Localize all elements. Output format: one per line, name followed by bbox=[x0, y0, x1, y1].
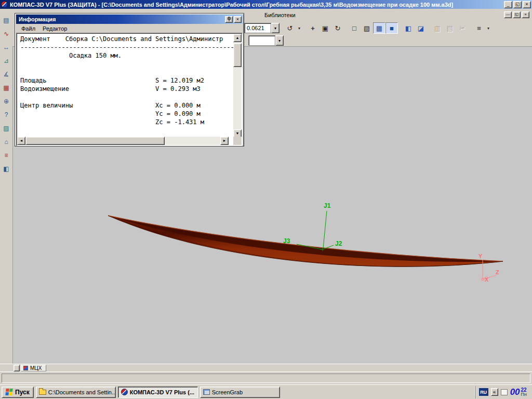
vertical-scroll-thumb[interactable] bbox=[233, 43, 242, 67]
joint-label-j2[interactable]: J2 bbox=[335, 240, 342, 247]
information-content: Документ Сборка C:\Documents and Setting… bbox=[16, 33, 243, 146]
secondary-dropdown-arrow-icon[interactable]: ▾ bbox=[275, 35, 284, 46]
tray-app-icon[interactable] bbox=[501, 389, 508, 395]
orientation-dropdown-arrow-icon[interactable]: ▾ bbox=[296, 22, 302, 34]
perspective-view-icon[interactable]: ◧ bbox=[402, 22, 415, 34]
hidden-lines-view-icon[interactable]: ▧ bbox=[361, 22, 373, 34]
mdi-close-button[interactable]: × bbox=[522, 11, 529, 18]
secondary-combo-value[interactable] bbox=[248, 35, 275, 46]
windows-logo-icon bbox=[5, 389, 13, 395]
scrollbar-corner bbox=[233, 137, 242, 145]
axis-label-z: Z bbox=[496, 269, 499, 275]
mcx-tab-label: МЦХ bbox=[30, 365, 42, 371]
axis-label-y: Y bbox=[478, 253, 483, 259]
tool-icon-disabled-1: ▥ bbox=[431, 22, 444, 34]
orientation-icon[interactable]: ↺ bbox=[284, 22, 296, 34]
statusbar bbox=[0, 371, 532, 384]
taskbar-item-kompas[interactable]: КОМПАС-3D V7 Plus (... bbox=[118, 387, 198, 398]
screengrab-icon bbox=[203, 389, 210, 395]
list-panel-icon[interactable]: ≡ bbox=[1, 149, 12, 162]
tab-mcx[interactable]: МЦХ bbox=[21, 365, 46, 371]
panel-switch-toolbar: ▤ ∿ ↔ ⊿ ∡ ▦ ⊕ ? ▨ ⌂ ≡ ◧ bbox=[0, 9, 12, 364]
wireframe-view-icon[interactable]: □ bbox=[348, 22, 361, 34]
scale-combobox[interactable]: 0.0621 ▾ bbox=[244, 23, 280, 33]
window-titlebar: КОМПАС-3D V7 Plus (ЗАЩИТА) - [C:\Documen… bbox=[0, 0, 532, 9]
status-message-field bbox=[2, 374, 530, 383]
clock-hours: 00 bbox=[510, 387, 520, 397]
mdi-restore-button[interactable]: ◱ bbox=[513, 11, 521, 18]
tool-icon-disabled-2: ▤ bbox=[444, 22, 456, 34]
menu-item-file[interactable]: Файл bbox=[18, 25, 39, 32]
taskbar-item-label: ScreenGrab bbox=[212, 389, 243, 395]
document-panel-icon[interactable]: ▤ bbox=[1, 14, 12, 26]
mdi-minimize-button[interactable]: — bbox=[504, 11, 512, 18]
parametrics-panel-icon[interactable]: ⊕ bbox=[1, 95, 12, 108]
horizontal-scroll-thumb[interactable] bbox=[25, 137, 165, 145]
taskbar-item-screengrab[interactable]: ScreenGrab bbox=[200, 387, 280, 398]
shaded-view-icon[interactable]: ▦ bbox=[373, 22, 385, 34]
taskbar-item-label: C:\Documents and Settin... bbox=[48, 389, 116, 395]
hatch-panel-icon[interactable]: ▨ bbox=[1, 122, 12, 135]
joint-label-j3[interactable]: J3 bbox=[283, 237, 290, 245]
information-titlebar: Информация × bbox=[16, 15, 243, 24]
geometry-panel-icon[interactable]: ∿ bbox=[1, 28, 12, 40]
folder-icon bbox=[39, 390, 46, 395]
mcx-tab-icon bbox=[23, 366, 28, 370]
pan-icon[interactable]: + bbox=[307, 22, 319, 34]
information-window: Информация × Файл Редактор Документ Сбор… bbox=[15, 13, 244, 147]
more-tools-dropdown-arrow-icon[interactable]: ▾ bbox=[485, 22, 491, 34]
tab-scroll-spacer[interactable] bbox=[14, 365, 20, 371]
secondary-combobox[interactable]: ▾ bbox=[248, 35, 284, 46]
rotate-view-icon[interactable]: ↻ bbox=[331, 22, 344, 34]
scroll-left-icon[interactable]: ◄ bbox=[17, 137, 25, 145]
vertical-scrollbar[interactable]: ▲ ▼ bbox=[233, 34, 242, 138]
kompas-icon bbox=[121, 389, 128, 395]
hydrostatics-report-text: Документ Сборка C:\Documents and Setting… bbox=[17, 33, 242, 126]
restore-button[interactable]: ◱ bbox=[513, 1, 522, 8]
information-title: Информация bbox=[19, 16, 224, 22]
shading-panel-icon[interactable]: ◧ bbox=[1, 163, 12, 175]
sheet-tabbar: МЦХ bbox=[0, 364, 532, 371]
editing-panel-icon[interactable]: ⊿ bbox=[1, 55, 12, 67]
axis-label-x: X bbox=[485, 276, 489, 283]
taskbar-item-label: КОМПАС-3D V7 Plus (... bbox=[130, 389, 194, 395]
taskbar-item-explorer[interactable]: C:\Documents and Settin... bbox=[36, 387, 116, 398]
tray-chevron-icon[interactable]: « bbox=[491, 388, 498, 396]
specification-panel-icon[interactable]: ▦ bbox=[1, 82, 12, 94]
system-tray: RU « 00 22 Пн bbox=[475, 386, 530, 398]
tray-clock[interactable]: 00 22 Пн bbox=[510, 387, 528, 397]
close-button[interactable]: × bbox=[523, 1, 531, 8]
more-tools-icon[interactable]: ≡ bbox=[473, 22, 485, 34]
language-indicator[interactable]: RU bbox=[479, 388, 488, 396]
zoom-area-icon[interactable]: ▣ bbox=[319, 22, 331, 34]
menu-item-libraries[interactable]: Библиотеки bbox=[261, 11, 299, 19]
pin-icon[interactable] bbox=[225, 16, 233, 23]
scale-value[interactable]: 0.0621 bbox=[244, 23, 271, 33]
start-button-label: Пуск bbox=[15, 389, 30, 396]
dimensions-panel-icon[interactable]: ↔ bbox=[1, 41, 12, 54]
halftone-view-icon[interactable]: ■ bbox=[385, 22, 398, 34]
menu-item-editor[interactable]: Редактор bbox=[39, 25, 71, 32]
information-close-icon[interactable]: × bbox=[234, 16, 242, 23]
information-menubar: Файл Редактор bbox=[16, 24, 243, 33]
window-title: КОМПАС-3D V7 Plus (ЗАЩИТА) - [C:\Documen… bbox=[10, 2, 503, 8]
joint-annotations bbox=[297, 211, 334, 251]
clock-day: Пн bbox=[521, 392, 527, 397]
help-panel-icon[interactable]: ? bbox=[1, 109, 12, 121]
minimize-button[interactable]: _ bbox=[504, 1, 512, 8]
cut-icon: ✂ bbox=[456, 22, 469, 34]
taskbar: Пуск C:\Documents and Settin... КОМПАС-3… bbox=[0, 384, 532, 399]
scale-dropdown-arrow-icon[interactable]: ▾ bbox=[271, 23, 280, 33]
mdi-window-controls: — ◱ × bbox=[503, 11, 529, 18]
horizontal-scrollbar[interactable]: ◄ ► bbox=[17, 137, 229, 145]
scroll-right-icon[interactable]: ► bbox=[220, 137, 229, 145]
joint-label-j1[interactable]: J1 bbox=[324, 202, 331, 209]
scroll-up-icon[interactable]: ▲ bbox=[233, 34, 242, 42]
home-panel-icon[interactable]: ⌂ bbox=[1, 136, 12, 148]
measure-panel-icon[interactable]: ∡ bbox=[1, 68, 12, 81]
kompas-app-icon bbox=[1, 1, 8, 8]
start-button[interactable]: Пуск bbox=[2, 387, 34, 398]
section-view-icon[interactable]: ◪ bbox=[415, 22, 427, 34]
